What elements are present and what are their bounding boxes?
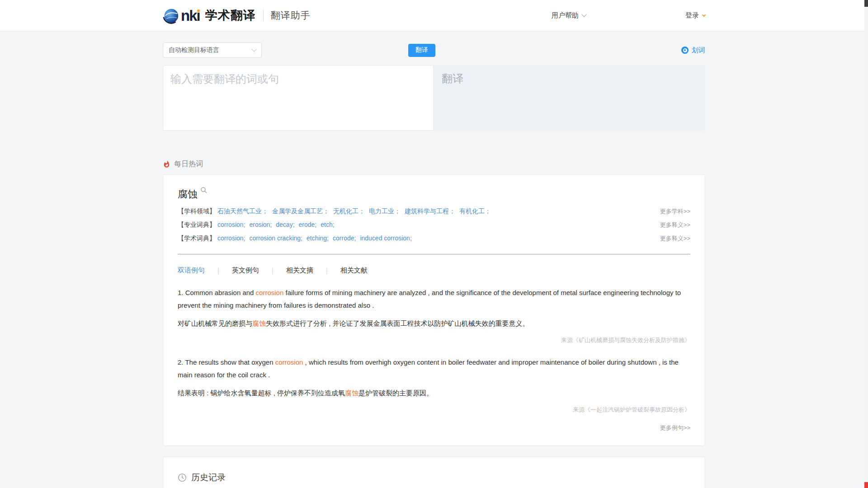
dict-row: 【学术词典】corrosion;corrosion cracking;etchi…: [178, 235, 690, 248]
highlighted-term: corrosion: [256, 289, 284, 296]
language-select[interactable]: 自动检测目标语言: [163, 42, 262, 58]
example-list: 1. Common abrasion and corrosion failure…: [178, 286, 690, 414]
dict-term-link[interactable]: etching;: [307, 235, 329, 242]
flame-icon: [163, 160, 170, 169]
dict-more-link[interactable]: 更多释义>>: [660, 221, 690, 229]
dict-term-link[interactable]: corrode;: [333, 235, 356, 242]
hot-word: 腐蚀: [178, 188, 198, 201]
example-tabs: 双语例句|英文例句|相关文摘|相关文献: [178, 266, 690, 275]
tab-4[interactable]: 相关文献: [340, 266, 368, 275]
example-english: 2. The results show that oxygen corrosio…: [178, 356, 690, 381]
tab-separator: |: [272, 267, 274, 274]
cnki-globe-icon: [163, 7, 180, 24]
translate-button[interactable]: 翻译: [408, 44, 435, 57]
dict-term-link[interactable]: decay;: [276, 221, 294, 228]
login-label: 登录: [685, 11, 699, 20]
app-subtitle: 翻译助手: [271, 9, 311, 22]
example-chinese: 对矿山机械常见的磨损与腐蚀失效形式进行了分析 , 并论证了发展金属表面工程技术以…: [178, 317, 690, 330]
dict-term-link[interactable]: erosion;: [249, 221, 272, 228]
history-card: 历史记录: [163, 457, 705, 488]
chevron-down-icon: [581, 12, 586, 17]
login-menu[interactable]: 登录: [685, 11, 705, 20]
chevron-down-icon: [702, 13, 706, 16]
dict-term-link[interactable]: corrosion;: [217, 235, 245, 242]
clock-icon: [178, 473, 187, 482]
scroll-bottom-marker: [864, 482, 868, 488]
example-english: 1. Common abrasion and corrosion failure…: [178, 286, 690, 312]
dict-row-items: 石油天然气工业；金属学及金属工艺；无机化工；电力工业；建筑科学与工程；有机化工；: [217, 207, 660, 216]
dict-row-label: 【学术词典】: [178, 235, 216, 243]
dict-row: 【学科领域】石油天然气工业；金属学及金属工艺；无机化工；电力工业；建筑科学与工程…: [178, 207, 690, 221]
radio-selected-icon: [681, 47, 689, 54]
header-divider: [263, 9, 264, 21]
dict-term-link[interactable]: 建筑科学与工程；: [405, 207, 455, 215]
highlighted-term: 腐蚀: [252, 319, 266, 327]
dict-row-label: 【学科领域】: [178, 207, 216, 216]
dict-term-link[interactable]: erode;: [299, 221, 317, 228]
tab-1[interactable]: 双语例句: [178, 266, 205, 275]
word-highlight-toggle[interactable]: 划词: [681, 46, 705, 55]
hotword-card: 腐蚀 【学科领域】石油天然气工业；金属学及金属工艺；无机化工；电力工业；建筑科学…: [163, 174, 705, 446]
dict-term-link[interactable]: 石油天然气工业；: [217, 207, 268, 215]
dict-term-link[interactable]: corrosion;: [217, 221, 245, 228]
dict-row: 【专业词典】corrosion;erosion;decay;erode;etch…: [178, 221, 690, 235]
dict-more-link[interactable]: 更多学科>>: [660, 207, 690, 216]
dictionary-rows: 【学科领域】石油天然气工业；金属学及金属工艺；无机化工；电力工业；建筑科学与工程…: [178, 207, 690, 248]
example-chinese: 结果表明 : 锅炉给水含氧量超标 , 停炉保养不到位造成氧腐蚀是炉管破裂的主要原…: [178, 387, 690, 399]
dict-term-link[interactable]: induced corrosion;: [360, 235, 411, 242]
dict-term-link[interactable]: corrosion cracking;: [249, 235, 302, 242]
dict-more-link[interactable]: 更多释义>>: [660, 235, 690, 243]
tab-separator: |: [217, 267, 219, 274]
user-help-menu[interactable]: 用户帮助: [552, 11, 586, 20]
cnki-logo[interactable]: nki 学术翻译: [163, 7, 256, 24]
dict-term-link[interactable]: 金属学及金属工艺；: [272, 207, 329, 215]
example-item: 2. The results show that oxygen corrosio…: [178, 356, 690, 414]
translate-toolbar: 自动检测目标语言 翻译 划词: [163, 42, 705, 58]
example-item: 1. Common abrasion and corrosion failure…: [178, 286, 690, 344]
dict-term-link[interactable]: 电力工业；: [369, 207, 401, 215]
tab-3[interactable]: 相关文摘: [286, 266, 313, 275]
language-select-value: 自动检测目标语言: [169, 46, 252, 54]
dict-row-label: 【专业词典】: [178, 221, 216, 229]
page-scrollbar[interactable]: [864, 0, 868, 488]
tab-separator: |: [326, 267, 328, 274]
dict-row-items: corrosion;corrosion cracking;etching;cor…: [217, 235, 660, 242]
logo-i-dot: [197, 9, 200, 12]
translator-panels: 翻译: [163, 65, 705, 131]
user-help-label: 用户帮助: [552, 11, 579, 20]
highlighted-term: corrosion: [275, 358, 303, 366]
dict-term-link[interactable]: 有机化工；: [459, 207, 491, 215]
example-source: 来源《一起注汽锅炉炉管破裂事故原因分析》: [178, 406, 690, 414]
highlighted-term: 腐蚀: [345, 389, 359, 397]
daily-hotword-header: 每日热词: [163, 160, 705, 169]
scrollbar-thumb[interactable]: [864, 0, 868, 7]
target-text-output: 翻译: [434, 65, 705, 131]
dict-term-link[interactable]: 无机化工；: [333, 207, 365, 215]
word-highlight-label: 划词: [692, 46, 705, 55]
section-divider: [178, 254, 690, 254]
chevron-down-icon: [251, 47, 256, 52]
dict-row-items: corrosion;erosion;decay;erode;etch;: [217, 221, 660, 228]
example-source: 来源《矿山机械磨损与腐蚀失效分析及防护措施》: [178, 336, 690, 344]
tab-2[interactable]: 英文例句: [232, 266, 259, 275]
more-examples-link[interactable]: 更多例句>>: [178, 424, 690, 432]
search-icon[interactable]: [200, 187, 208, 194]
history-title: 历史记录: [191, 472, 226, 483]
logo-cn-text: 学术翻译: [205, 7, 256, 23]
daily-hotword-title: 每日热词: [174, 160, 203, 169]
dict-term-link[interactable]: etch;: [321, 221, 334, 228]
source-text-input[interactable]: [163, 65, 434, 131]
top-header: nki 学术翻译 翻译助手 用户帮助 登录: [0, 0, 868, 31]
